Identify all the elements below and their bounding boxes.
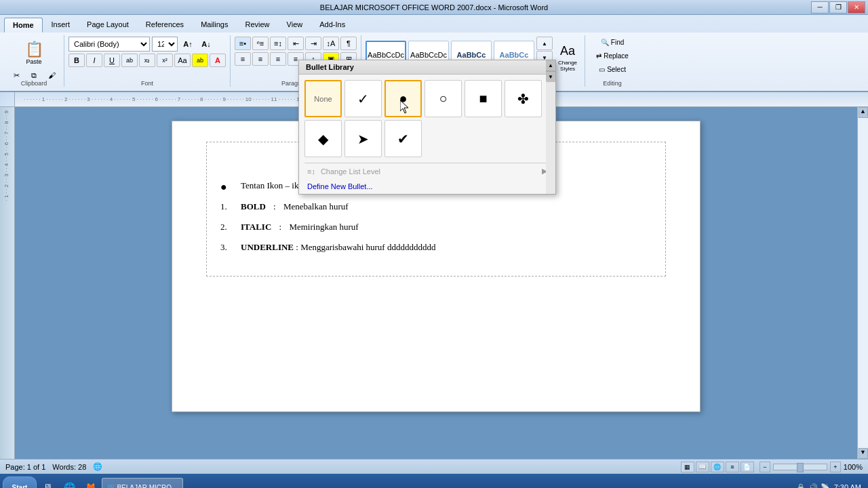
shrink-font-button[interactable]: A↓ [198, 37, 214, 51]
define-new-bullet-menu[interactable]: Define New Bullet... [299, 179, 555, 194]
scroll-down-button[interactable]: ▼ [859, 448, 868, 459]
zoom-in-button[interactable]: + [830, 462, 841, 472]
restore-button[interactable]: ❐ [829, 1, 847, 14]
bullet-fancy[interactable]: ✤ [505, 80, 542, 117]
bullets-button[interactable]: ≡• [235, 37, 251, 50]
scroll-up-button[interactable]: ▲ [859, 107, 868, 118]
paste-button[interactable]: 📋 Paste [8, 40, 60, 67]
multilevel-button[interactable]: ≡↕ [270, 37, 286, 50]
align-center-button[interactable]: ≡ [252, 52, 269, 66]
start-button[interactable]: Start [3, 476, 37, 488]
numbering-button[interactable]: ⁿ≡ [252, 37, 269, 50]
item-label-3: UNDERLINE [241, 242, 294, 252]
bullet-open-circle[interactable]: ○ [425, 80, 462, 117]
full-reading-button[interactable]: 📖 [696, 462, 709, 472]
find-button[interactable]: 🔍 Find [593, 37, 632, 48]
status-bar: Page: 1 of 1 Words: 28 🌐 ▦ 📖 🌐 ≡ 📄 − + 1… [0, 459, 868, 474]
change-styles-button[interactable]: Aa Change Styles [555, 42, 580, 74]
tab-add-ins[interactable]: Add-Ins [311, 18, 353, 33]
increase-indent-button[interactable]: ⇥ [305, 37, 321, 50]
bullet-diamond[interactable]: ◆ [304, 120, 342, 157]
change-list-level-menu[interactable]: ≡↕ Change List Level ▶ [299, 163, 555, 179]
tab-page-layout[interactable]: Page Layout [79, 18, 137, 33]
change-list-level-icon: ≡↕ [307, 167, 315, 176]
strikethrough-button[interactable]: ab [121, 54, 138, 67]
tab-references[interactable]: References [138, 18, 192, 33]
zoom-slider[interactable] [773, 464, 827, 470]
zoom-thumb[interactable] [797, 463, 804, 472]
replace-button[interactable]: ⇄ Replace [593, 50, 632, 62]
scroll-track [858, 118, 868, 448]
ruler-corner [0, 92, 15, 107]
change-styles-label: Change Styles [558, 60, 577, 72]
print-layout-button[interactable]: ▦ [681, 462, 694, 472]
tray-icon-3: 📡 [821, 483, 830, 489]
item-desc-2: Memiringkan huruf [289, 222, 358, 232]
taskbar-time: 7:30 AM [834, 483, 861, 488]
tab-review[interactable]: Review [237, 18, 277, 33]
bullet-none[interactable]: None [304, 80, 342, 117]
draft-button[interactable]: 📄 [741, 462, 754, 472]
vertical-ruler: · 1 · · 2 · · 3 · · 4 · · 5 · · 6 · · 7 … [0, 107, 15, 459]
superscript-button[interactable]: x² [157, 54, 173, 67]
align-right-button[interactable]: ≡ [270, 52, 286, 66]
taskbar-ie-icon[interactable]: 🌐 [60, 478, 79, 488]
replace-label: Replace [604, 52, 629, 60]
bullet-dropdown-header: Bullet Library [299, 60, 555, 75]
show-formatting-button[interactable]: ¶ [340, 37, 357, 50]
bullet-marker: ● [220, 180, 241, 193]
minimize-button[interactable]: ─ [811, 1, 829, 14]
taskbar: Start 🖥 🌐 🦊 W BELAJAR MICRO... 🔒 🔊 📡 7:3… [0, 474, 868, 488]
font-group: Calibri (Body) 12 A↑ A↓ B I U ab x₂ x² A… [64, 35, 231, 87]
select-button[interactable]: ▭ Select [593, 64, 632, 75]
bullet-checkmark[interactable]: ✓ [344, 80, 382, 117]
font-color-button[interactable]: A [210, 54, 226, 67]
grow-font-button[interactable]: A↑ [180, 37, 196, 51]
tab-mailings[interactable]: Mailings [193, 18, 236, 33]
taskbar-firefox-icon[interactable]: 🦊 [81, 478, 100, 488]
tab-home[interactable]: Home [4, 18, 43, 33]
italic-button[interactable]: I [86, 54, 102, 67]
dropdown-scroll-up[interactable]: ▲ [546, 60, 555, 71]
sort-button[interactable]: ↕A [323, 37, 339, 50]
bullet-heavy-check[interactable]: ✔ [384, 120, 422, 157]
tray-icon-1: 🔒 [796, 483, 806, 489]
dropdown-scrollbar[interactable]: ▲ ▼ [546, 60, 555, 194]
item-label-1: BOLD [241, 201, 266, 211]
taskbar-word-item[interactable]: W BELAJAR MICRO... [102, 478, 183, 488]
web-layout-button[interactable]: 🌐 [711, 462, 724, 472]
subscript-button[interactable]: x₂ [139, 54, 155, 67]
select-icon: ▭ [599, 66, 605, 73]
font-size-select[interactable]: 12 [152, 37, 178, 52]
bold-button[interactable]: B [68, 54, 85, 67]
bullet-arrow[interactable]: ➤ [344, 120, 382, 157]
clipboard-label: Clipboard [4, 80, 64, 87]
taskbar-word-icon: W [108, 484, 114, 489]
font-name-select[interactable]: Calibri (Body) [68, 37, 150, 52]
underline-button[interactable]: U [104, 54, 120, 67]
taskbar-show-desktop-icon[interactable]: 🖥 [39, 478, 58, 488]
outline-button[interactable]: ≡ [726, 462, 739, 472]
text-effects-button[interactable]: Aa [174, 54, 191, 67]
zoom-out-button[interactable]: − [760, 462, 770, 472]
dropdown-scroll-down[interactable]: ▼ [546, 71, 555, 82]
bullet-dropdown: Bullet Library None ✓ ● ○ ■ ✤ ◆ ➤ ✔ ≡↕ C… [298, 60, 556, 195]
tab-insert[interactable]: Insert [43, 18, 79, 33]
zoom-control: − + 100% [760, 462, 863, 472]
highlight-button[interactable]: ab [192, 54, 208, 67]
bullet-filled-circle[interactable]: ● [384, 80, 422, 117]
status-right: ▦ 📖 🌐 ≡ 📄 − + 100% [681, 462, 863, 472]
numbered-item-text-1: BOLD : Menebalkan huruf [241, 201, 652, 212]
bullet-square[interactable]: ■ [465, 80, 502, 117]
right-scrollbar[interactable]: ▲ ▼ [857, 107, 868, 459]
change-list-level-label: Change List Level [321, 167, 380, 176]
tab-view[interactable]: View [279, 18, 311, 33]
numbered-item-3: 3. UNDERLINE : Menggarisbawahi huruf ddd… [220, 242, 652, 253]
view-buttons: ▦ 📖 🌐 ≡ 📄 [681, 462, 754, 472]
editing-group: 🔍 Find ⇄ Replace ▭ Select Editing [585, 35, 639, 87]
decrease-indent-button[interactable]: ⇤ [288, 37, 304, 50]
align-left-button[interactable]: ≡ [235, 52, 251, 66]
styles-scroll-up[interactable]: ▲ [536, 37, 553, 50]
close-button[interactable]: ✕ [848, 1, 865, 14]
system-tray: 🔒 🔊 📡 [796, 483, 830, 489]
